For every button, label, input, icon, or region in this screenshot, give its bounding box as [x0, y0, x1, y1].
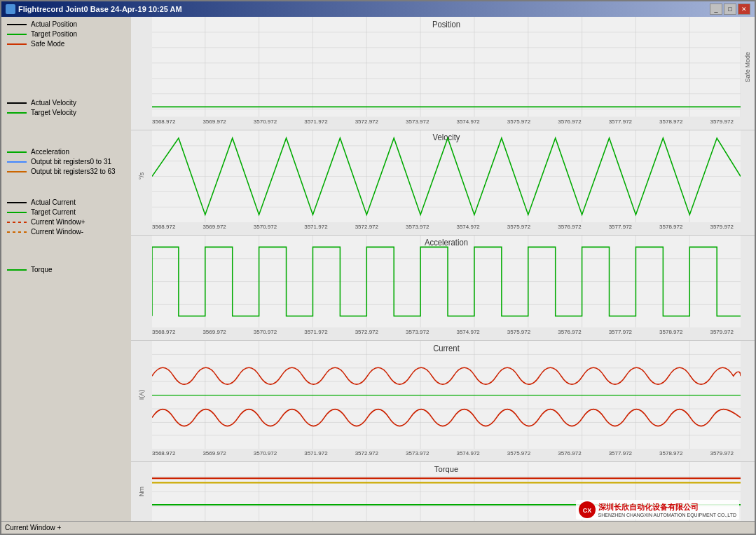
torque-chart-wrapper: Nm	[131, 462, 755, 521]
svg-rect-0	[152, 17, 741, 117]
current-y-label-left: I(A)	[131, 341, 152, 449]
position-chart-svg: 0 -20 -40 -60 -80 -100 Position 9	[152, 17, 741, 117]
acceleration-chart-container: 1 0.5 0 -0.5 -1 Acceleration	[131, 236, 755, 340]
position-x-ticks: 3568.972 3569.972 3570.972 3571.972 3572…	[131, 117, 755, 130]
position-chart-container: 0 -20 -40 -60 -80 -100 Position 9	[131, 17, 755, 130]
actual-current-label: Actual Current	[31, 198, 76, 206]
title-bar-left: Flightrecord Joint0 Base 24-Apr-19 10:25…	[6, 4, 182, 14]
position-y-label-left	[131, 17, 152, 117]
actual-current-line	[7, 202, 27, 203]
velocity-chart-wrapper: °/s	[131, 130, 755, 222]
company-name-en: SHENZHEN CHANGXIN AUTOMATION EQUIPMENT C…	[598, 513, 736, 517]
legend-target-velocity: Target Velocity	[7, 109, 125, 116]
actual-velocity-label: Actual Velocity	[31, 99, 76, 107]
legend-output-bit-32-63: Output bit registers32 to 63	[7, 168, 125, 175]
legend-acceleration: Acceleration	[7, 148, 125, 156]
output-bit-32-63-line	[7, 171, 27, 172]
acceleration-line	[7, 151, 27, 153]
legend-target-position: Target Position	[7, 30, 125, 38]
velocity-y-axis-label: °/s	[138, 172, 145, 180]
legend-current-window-plus: Current Window+	[7, 218, 125, 226]
torque-y-label-right	[741, 462, 755, 521]
title-bar: Flightrecord Joint0 Base 24-Apr-19 10:25…	[1, 1, 755, 17]
position-chart-area: 0 -20 -40 -60 -80 -100 Position 9	[152, 17, 741, 117]
torque-y-label-left: Nm	[131, 462, 152, 521]
close-button[interactable]: ✕	[738, 4, 750, 15]
current-chart-svg: 40 20 0 -20 -40 Current	[152, 341, 741, 449]
target-current-label: Target Current	[31, 208, 76, 216]
velocity-x-ticks: 3568.972 3569.972 3570.972 3571.972 3572…	[131, 222, 755, 235]
current-chart-area: 40 20 0 -20 -40 Current	[152, 341, 741, 449]
target-current-line	[7, 212, 27, 213]
velocity-y-label-left: °/s	[131, 130, 152, 222]
current-legend: Actual Current Target Current Current Wi…	[7, 198, 125, 238]
acceleration-label: Acceleration	[31, 148, 69, 156]
legend-output-bit-0-31: Output bit registers0 to 31	[7, 158, 125, 165]
torque-chart-container: Nm	[131, 462, 755, 521]
velocity-spacer: Actual Velocity Target Velocity	[7, 57, 125, 134]
minimize-button[interactable]: _	[710, 4, 722, 15]
torque-line	[7, 269, 27, 271]
output-bit-0-31-line	[7, 161, 27, 163]
svg-text:Acceleration: Acceleration	[425, 238, 468, 247]
title-controls[interactable]: _ □ ✕	[710, 4, 750, 15]
acceleration-y-label-left	[131, 236, 152, 327]
charts-panel: 0 -20 -40 -60 -80 -100 Position 9	[131, 17, 755, 521]
position-legend: Actual Position Target Position Safe Mod…	[7, 20, 125, 50]
app-icon	[6, 4, 15, 14]
target-position-label: Target Position	[31, 30, 77, 38]
safe-mode-axis-label: Safe Mode	[744, 52, 751, 83]
legend-actual-velocity: Actual Velocity	[7, 99, 125, 107]
company-watermark: CX 深圳长欣自动化设备有限公司 SHENZHEN CHANGXIN AUTOM…	[576, 500, 739, 520]
legend-current-window-minus: Current Window-	[7, 228, 125, 236]
maximize-button[interactable]: □	[724, 4, 736, 15]
svg-text:CX: CX	[582, 507, 591, 514]
legend-torque: Torque	[7, 266, 125, 273]
actual-position-label: Actual Position	[31, 20, 77, 28]
company-info: 深圳长欣自动化设备有限公司 SHENZHEN CHANGXIN AUTOMATI…	[598, 502, 736, 517]
current-y-label-right	[741, 341, 755, 449]
current-chart-container: I(A)	[131, 341, 755, 461]
current-chart-wrapper: I(A)	[131, 341, 755, 449]
torque-legend: Torque	[7, 266, 125, 276]
svg-text:Current: Current	[433, 343, 460, 353]
svg-text:Torque: Torque	[434, 465, 458, 473]
velocity-chart-svg: 0.6 0.4 0.2 0 -0.2 Velocity	[152, 130, 741, 222]
acceleration-y-label-right	[741, 236, 755, 327]
safe-mode-label: Safe Mode	[31, 40, 64, 48]
legend-actual-current: Actual Current	[7, 198, 125, 206]
acceleration-x-ticks: 3568.972 3569.972 3570.972 3571.972 3572…	[131, 327, 755, 340]
current-window-status: Current Window +	[5, 524, 61, 531]
acceleration-chart-svg: 1 0.5 0 -0.5 -1 Acceleration	[152, 236, 741, 327]
acceleration-legend: Acceleration Output bit registers0 to 31…	[7, 148, 125, 177]
legend-actual-position: Actual Position	[7, 20, 125, 28]
company-logo: CX	[579, 501, 596, 518]
target-position-line	[7, 34, 27, 35]
current-window-plus-label: Current Window+	[31, 218, 85, 226]
company-name-cn: 深圳长欣自动化设备有限公司	[598, 502, 736, 513]
current-window-plus-line	[7, 222, 27, 223]
velocity-chart-area: 0.6 0.4 0.2 0 -0.2 Velocity	[152, 130, 741, 222]
current-y-axis-label: I(A)	[138, 390, 145, 400]
current-window-minus-line	[7, 231, 27, 233]
acceleration-chart-area: 1 0.5 0 -0.5 -1 Acceleration	[152, 236, 741, 327]
legend-panel: Actual Position Target Position Safe Mod…	[1, 17, 131, 521]
velocity-legend: Actual Velocity Target Velocity	[7, 99, 125, 116]
target-velocity-label: Target Velocity	[31, 109, 76, 116]
actual-position-line	[7, 24, 27, 25]
current-window-minus-label: Current Window-	[31, 228, 83, 236]
safe-mode-line	[7, 43, 27, 45]
legend-target-current: Target Current	[7, 208, 125, 216]
legend-safe-mode: Safe Mode	[7, 40, 125, 48]
current-x-ticks: 3568.972 3569.972 3570.972 3571.972 3572…	[131, 449, 755, 461]
torque-chart-area: 200 150 100 50 0 -50 Torque	[152, 462, 741, 521]
position-chart-wrapper: 0 -20 -40 -60 -80 -100 Position 9	[131, 17, 755, 117]
main-window: Flightrecord Joint0 Base 24-Apr-19 10:25…	[0, 0, 756, 535]
position-safe-mode-label: Safe Mode	[741, 17, 755, 117]
torque-y-axis-label: Nm	[138, 487, 145, 496]
velocity-chart-container: °/s	[131, 130, 755, 235]
bottom-bar: Current Window +	[1, 521, 755, 534]
window-title: Flightrecord Joint0 Base 24-Apr-19 10:25…	[18, 5, 182, 13]
acceleration-chart-wrapper: 1 0.5 0 -0.5 -1 Acceleration	[131, 236, 755, 327]
output-bit-32-63-label: Output bit registers32 to 63	[31, 168, 116, 175]
